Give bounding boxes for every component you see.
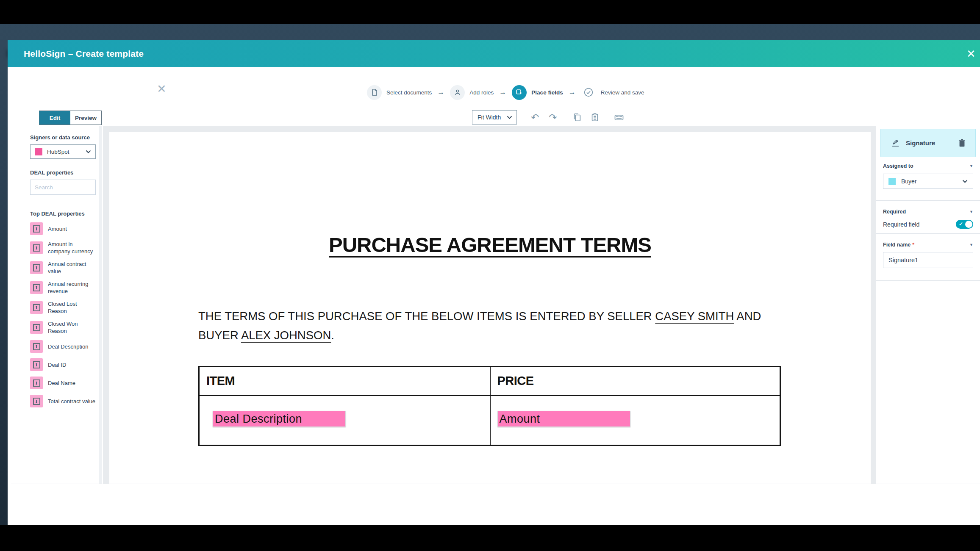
property-list: I Amount I Amount in company currency I … <box>30 222 98 407</box>
arrow-right-icon: → <box>569 88 576 97</box>
property-item-closed-won-reason[interactable]: I Closed Won Reason <box>30 320 98 335</box>
required-section-label: Required <box>883 209 906 215</box>
step-label: Add roles <box>469 89 494 96</box>
document-paragraph: THE TERMS OF THIS PURCHASE OF THE BELOW … <box>198 307 773 345</box>
text-field-icon: I <box>30 358 43 371</box>
property-label: Amount <box>48 225 95 233</box>
field-inspector-panel: Signature Assigned to ▼ Buyer <box>876 126 980 484</box>
hubspot-color-swatch <box>35 148 42 155</box>
property-item-amount-in-company-currency[interactable]: I Amount in company currency <box>30 241 98 255</box>
property-item-closed-lost-reason[interactable]: I Closed Lost Reason <box>30 300 98 315</box>
check-icon: ✓ <box>959 221 963 227</box>
data-source-value: HubSpot <box>47 149 86 155</box>
field-name-input[interactable] <box>883 252 973 268</box>
step-select-documents[interactable]: Select documents <box>367 85 432 100</box>
property-label: Closed Won Reason <box>48 320 95 335</box>
text-field-icon: I <box>30 377 43 389</box>
document-page: PURCHASE AGREEMENT TERMS THE TERMS OF TH… <box>109 132 871 484</box>
place-fields-icon <box>512 85 527 100</box>
selected-field-header: Signature <box>880 129 976 157</box>
assigned-to-label: Assigned to <box>883 163 913 169</box>
table-body-row: Deal Description Amount <box>200 396 780 445</box>
trash-icon[interactable] <box>958 138 966 147</box>
collapse-caret-icon[interactable]: ▼ <box>969 243 973 247</box>
edit-tab[interactable]: Edit <box>39 111 70 125</box>
stepper: Select documents → Add roles → <box>367 83 644 102</box>
deal-properties-label: DEAL properties <box>30 169 73 176</box>
placed-field-deal-description[interactable]: Deal Description <box>213 411 346 427</box>
property-label: Deal Description <box>48 343 95 350</box>
text-field-icon: I <box>30 261 43 274</box>
text-field-icon: I <box>30 321 43 334</box>
assigned-to-section: Assigned to ▼ <box>883 163 973 169</box>
property-item-annual-contract-value[interactable]: I Annual contract value <box>30 260 98 275</box>
toolbar-divider <box>523 112 523 123</box>
hellosign-create-template-modal: HelloSign – Create template ✕ ✕ Select d… <box>8 40 980 525</box>
modal-close-icon[interactable]: ✕ <box>966 47 980 61</box>
required-asterisk: * <box>912 242 914 248</box>
seller-name: CASEY SMITH <box>655 310 734 323</box>
required-field-row: Required field ✓ <box>883 220 973 229</box>
person-icon <box>450 85 465 100</box>
close-icon[interactable]: ✕ <box>157 83 167 95</box>
table-header-row: ITEM PRICE <box>200 367 780 396</box>
property-label: Deal ID <box>48 361 95 368</box>
undo-icon[interactable]: ↶ <box>529 111 541 123</box>
table-header-item: ITEM <box>200 367 491 396</box>
zoom-level-select[interactable]: Fit Width <box>472 110 517 125</box>
edit-preview-toggle: Edit Preview <box>39 111 102 125</box>
placed-field-amount[interactable]: Amount <box>497 411 630 427</box>
chevron-down-icon <box>507 116 512 119</box>
panel-divider <box>876 280 980 281</box>
property-label: Annual contract value <box>48 260 95 275</box>
paste-icon[interactable] <box>589 111 601 123</box>
required-field-label: Required field <box>883 221 919 228</box>
text-field-icon: I <box>30 222 43 235</box>
step-add-roles[interactable]: Add roles <box>450 85 494 100</box>
property-item-amount[interactable]: I Amount <box>30 222 98 235</box>
selected-field-type: Signature <box>906 139 958 147</box>
panel-divider <box>876 233 980 234</box>
zoom-level-value: Fit Width <box>478 114 501 121</box>
field-name-section: Field name * ▼ <box>883 242 973 248</box>
property-item-deal-description[interactable]: I Deal Description <box>30 340 98 353</box>
property-item-deal-id[interactable]: I Deal ID <box>30 358 98 371</box>
step-review-and-save[interactable]: Review and save <box>581 85 644 100</box>
assigned-to-select[interactable]: Buyer <box>883 174 973 189</box>
property-label: Amount in company currency <box>48 241 95 255</box>
items-table: ITEM PRICE Deal Description Amount <box>198 366 781 446</box>
collapse-caret-icon[interactable]: ▼ <box>969 164 973 168</box>
table-cell-price: Amount <box>491 396 780 445</box>
document-viewport[interactable]: PURCHASE AGREEMENT TERMS THE TERMS OF TH… <box>103 126 876 484</box>
top-deal-properties-label: Top DEAL properties <box>30 210 85 217</box>
arrow-right-icon: → <box>437 88 444 97</box>
panel-divider <box>876 200 980 201</box>
step-place-fields[interactable]: Place fields <box>512 85 563 100</box>
property-item-deal-name[interactable]: I Deal Name <box>30 377 98 389</box>
property-label: Deal Name <box>48 379 95 387</box>
data-source-select[interactable]: HubSpot <box>30 144 96 159</box>
sidebar-scrollbar[interactable] <box>99 126 102 484</box>
table-cell-item: Deal Description <box>200 396 491 445</box>
property-search-input[interactable] <box>30 180 96 195</box>
copy-icon[interactable] <box>571 111 583 123</box>
modal-title: HelloSign – Create template <box>24 49 144 59</box>
collapse-caret-icon[interactable]: ▼ <box>969 210 973 214</box>
toolbar-divider <box>607 112 607 123</box>
buyer-color-swatch <box>888 178 896 185</box>
step-label: Place fields <box>531 89 563 96</box>
property-item-annual-recurring-revenue[interactable]: I Annual recurring revenue <box>30 280 98 295</box>
signature-pencil-icon <box>891 138 900 147</box>
step-label: Review and save <box>601 89 644 96</box>
preview-tab[interactable]: Preview <box>70 111 101 125</box>
property-label: Total contract value <box>48 398 95 405</box>
document-title: PURCHASE AGREEMENT TERMS <box>109 233 871 257</box>
field-name-label: Field name <box>883 242 911 248</box>
redo-icon[interactable]: ↷ <box>547 111 559 123</box>
property-item-total-contract-value[interactable]: I Total contract value <box>30 395 98 407</box>
required-toggle[interactable]: ✓ <box>956 220 973 229</box>
text-field-icon: I <box>30 395 43 407</box>
document-toolbar: Fit Width ↶ ↷ <box>472 110 625 125</box>
chevron-down-icon <box>962 180 968 183</box>
keyboard-icon[interactable] <box>613 111 625 123</box>
